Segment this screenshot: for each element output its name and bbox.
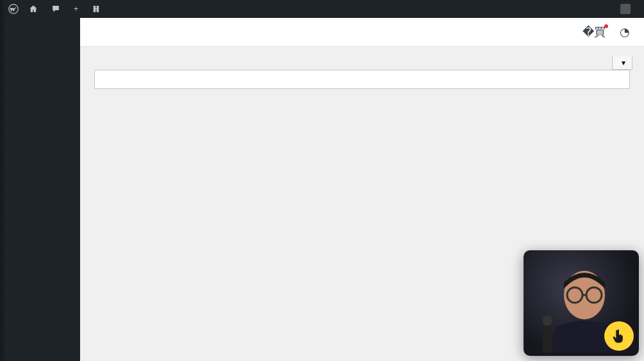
finalize-setup-button[interactable]: ◔ bbox=[620, 26, 630, 40]
svg-rect-5 bbox=[543, 324, 552, 353]
activity-button[interactable]: �買 bbox=[582, 26, 606, 40]
comment-icon bbox=[51, 4, 60, 13]
pointer-badge bbox=[604, 321, 634, 351]
help-tab[interactable]: ▾ bbox=[612, 56, 632, 70]
wp-logo[interactable] bbox=[4, 0, 23, 18]
video-overlay bbox=[524, 250, 639, 356]
wordpress-icon bbox=[8, 4, 19, 14]
site-link[interactable] bbox=[24, 0, 45, 18]
clock-icon: ◔ bbox=[620, 26, 630, 38]
activity-icon: �買 bbox=[582, 26, 606, 38]
user-menu[interactable] bbox=[609, 0, 635, 18]
comments-link[interactable] bbox=[47, 0, 68, 18]
plus-icon: + bbox=[74, 4, 78, 13]
emails-table bbox=[94, 70, 630, 89]
chevron-down-icon: ▾ bbox=[622, 58, 625, 67]
pointer-hand-icon bbox=[610, 327, 628, 345]
hostinger-link[interactable] bbox=[87, 0, 108, 18]
home-icon bbox=[29, 4, 38, 13]
avatar bbox=[620, 4, 631, 14]
page-header: �買 ◔ bbox=[80, 18, 644, 47]
admin-sidebar bbox=[0, 18, 80, 361]
add-new[interactable]: + bbox=[69, 0, 86, 18]
admin-bar: + bbox=[0, 0, 644, 18]
table-header-row bbox=[95, 70, 629, 88]
hostinger-icon bbox=[92, 4, 101, 13]
